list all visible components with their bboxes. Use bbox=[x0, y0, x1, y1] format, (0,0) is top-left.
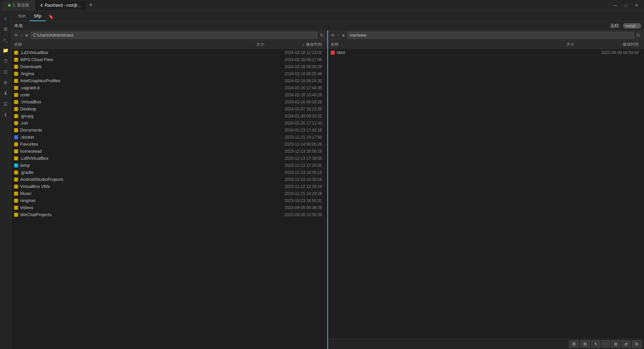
toolbar-btn-6[interactable]: ⚙ bbox=[632, 340, 641, 348]
sidebar-icon-download[interactable]: ⬇ bbox=[1, 89, 10, 98]
sidebar-icon-gallery[interactable]: ⊡ bbox=[1, 67, 10, 77]
local-file-item[interactable]: .Ld9VirtualBox 2023-12-13 17:38:55 bbox=[11, 155, 327, 162]
remote-file-item[interactable]: html 2023-06-09 04:59:54 bbox=[328, 49, 644, 56]
file-name-label: .VirtualBox bbox=[20, 99, 41, 104]
folder-icon bbox=[14, 100, 18, 104]
sidebar-icon-history[interactable]: ⏱ bbox=[1, 56, 10, 66]
toolbar-btn-0[interactable]: 英 bbox=[569, 340, 579, 348]
local-file-item[interactable]: Desktop 2024-02-07 16:13:20 bbox=[11, 105, 327, 112]
local-table-header: 名称 大小 ↓ 修改时间 bbox=[11, 40, 327, 49]
file-date: 2023-12-13 20:56:19 bbox=[264, 149, 325, 154]
file-name-label: .vagrant.d bbox=[20, 85, 40, 90]
local-file-item[interactable]: code 2024-02-16 13:49:25 bbox=[11, 91, 327, 98]
local-file-item[interactable]: Music 2023-11-21 14:29:28 bbox=[11, 190, 327, 197]
local-file-item[interactable]: Favorites 2023-12-14 09:00:28 bbox=[11, 141, 327, 148]
file-name: Desktop bbox=[14, 106, 224, 111]
local-file-item[interactable]: WPS Cloud Files 2024-02-18 09:17:06 bbox=[11, 56, 327, 63]
local-file-item[interactable]: VirtualBox VMs 2023-11-22 12:39:24 bbox=[11, 183, 327, 190]
local-file-item[interactable]: .lingma 2024-02-18 08:25:49 bbox=[11, 70, 327, 77]
local-file-item[interactable]: AndroidStudioProjects 2023-12-13 14:30:1… bbox=[11, 176, 327, 183]
file-date: 2024-01-26 17:11:43 bbox=[264, 121, 325, 126]
bottom-toolbar: 英前✎··⊞⇄⚙ bbox=[328, 339, 644, 349]
local-file-item[interactable]: IntelGraphicsProfiles 2024-02-18 08:24:3… bbox=[11, 77, 327, 84]
toolbar-btn-4[interactable]: ⊞ bbox=[611, 340, 620, 348]
content-area: Ssh Sftp 🔖 本地 远程: root@... 👁 ↑ ★ bbox=[11, 11, 644, 349]
file-date: 2024-02-16 09:19:26 bbox=[264, 100, 325, 104]
sidebar-icon-terminal[interactable]: >_ bbox=[1, 35, 10, 44]
file-name-label: Videos bbox=[20, 205, 34, 210]
file-name-label: .lingma bbox=[20, 71, 34, 76]
folder-icon bbox=[14, 135, 18, 139]
local-file-item[interactable]: Documents 2024-01-23 17:42:16 bbox=[11, 127, 327, 134]
toolbar-btn-1[interactable]: 前 bbox=[580, 340, 590, 348]
tab-racknerd-label: 4. RackNerd - root@... bbox=[40, 3, 80, 8]
local-file-item[interactable]: WeChatProjects 2023-08-30 13:56:20 bbox=[11, 211, 327, 218]
tab-ssh[interactable]: Ssh bbox=[14, 12, 30, 21]
close-button[interactable]: ✕ bbox=[632, 2, 641, 9]
local-file-item[interactable]: Videos 2023-09-05 09:38:25 bbox=[11, 204, 327, 211]
local-file-item[interactable]: homestead 2023-12-13 20:56:19 bbox=[11, 148, 327, 155]
remote-bookmark-icon[interactable]: ★ bbox=[341, 33, 346, 38]
local-eye-icon[interactable]: 👁 bbox=[13, 33, 19, 38]
minimize-button[interactable]: — bbox=[610, 2, 620, 9]
sidebar-icon-sessions[interactable]: ⊞ bbox=[1, 24, 10, 34]
sidebar-icon-info[interactable]: ℹ bbox=[1, 110, 10, 119]
file-name-label: Favorites bbox=[20, 142, 38, 147]
local-path-icons: 👁 ↑ ★ bbox=[13, 33, 30, 38]
tab-racknerd[interactable]: 4. RackNerd - root@... bbox=[35, 1, 86, 10]
remote-sort-arrow-icon: ↑ bbox=[619, 43, 621, 46]
local-file-item[interactable]: .Ld2VirtualBox 2024-02-18 12:13:02 bbox=[11, 49, 327, 56]
local-col-size: 大小 bbox=[224, 42, 264, 47]
file-name-label: temp bbox=[20, 163, 30, 168]
local-file-item[interactable]: .VirtualBox 2024-02-16 09:19:26 bbox=[11, 98, 327, 105]
local-file-item[interactable]: .gnupg 2024-01-30 09:33:22 bbox=[11, 112, 327, 119]
file-name-label: code bbox=[20, 92, 30, 97]
local-file-item[interactable]: .docker 2023-12-21 14:17:50 bbox=[11, 134, 327, 141]
folder-icon bbox=[14, 51, 18, 55]
tab-sftp[interactable]: Sftp bbox=[30, 12, 45, 21]
local-file-item[interactable]: Downloads 2024-02-18 09:00:28 bbox=[11, 63, 327, 70]
local-refresh-icon[interactable]: ↻ bbox=[319, 33, 325, 38]
local-file-item[interactable]: temp 2023-12-13 17:20:01 bbox=[11, 162, 327, 169]
file-date: 2023-12-13 17:38:55 bbox=[264, 156, 325, 161]
folder-icon bbox=[331, 51, 335, 55]
remote-file-list[interactable]: html 2023-06-09 04:59:54 bbox=[328, 49, 644, 339]
sidebar-icon-settings[interactable]: ⚙ bbox=[1, 78, 10, 87]
toolbar-btn-2[interactable]: ✎ bbox=[591, 340, 600, 348]
file-name: ningmei bbox=[14, 198, 224, 203]
folder-icon bbox=[14, 128, 18, 132]
folder-icon bbox=[14, 79, 18, 83]
file-date: 2024-02-07 16:13:20 bbox=[264, 107, 325, 111]
new-tab-button[interactable]: + bbox=[87, 2, 96, 9]
file-date: 2023-11-22 12:39:24 bbox=[264, 184, 325, 189]
maximize-button[interactable]: □ bbox=[621, 2, 631, 9]
remote-path-input[interactable] bbox=[347, 32, 634, 39]
local-file-item[interactable]: .ssh 2024-01-26 17:11:43 bbox=[11, 119, 327, 127]
file-name-label: WeChatProjects bbox=[20, 212, 52, 217]
folder-icon bbox=[14, 65, 18, 69]
local-file-item[interactable]: .gradle 2023-12-13 14:35:13 bbox=[11, 169, 327, 176]
local-up-icon[interactable]: ↑ bbox=[20, 33, 23, 38]
local-bookmark-icon[interactable]: ★ bbox=[24, 33, 30, 38]
title-bar: 1. 新连接 4. RackNerd - root@... + — □ ✕ bbox=[0, 0, 644, 11]
remote-col-size: 大小 bbox=[534, 42, 574, 47]
sidebar-icon-files[interactable]: 📁 bbox=[1, 46, 10, 55]
remote-eye-icon[interactable]: 👁 bbox=[330, 33, 336, 38]
tab-new-connection[interactable]: 1. 新连接 bbox=[3, 1, 35, 10]
file-date: 2024-02-18 12:13:02 bbox=[264, 50, 325, 55]
remote-up-icon[interactable]: ↑ bbox=[336, 33, 340, 38]
local-file-list[interactable]: .Ld2VirtualBox 2024-02-18 12:13:02 WPS C… bbox=[11, 49, 327, 349]
sidebar-icon-home[interactable]: ⌂ bbox=[1, 13, 10, 23]
file-name: code bbox=[14, 92, 224, 97]
local-file-item[interactable]: .vagrant.d 2024-02-16 17:44:35 bbox=[11, 84, 327, 91]
remote-refresh-icon[interactable]: ↻ bbox=[635, 33, 642, 38]
file-name: .docker bbox=[14, 135, 224, 140]
toolbar-btn-5[interactable]: ⇄ bbox=[622, 340, 631, 348]
toolbar-btn-3[interactable]: ·· bbox=[602, 340, 610, 348]
folder-icon bbox=[14, 86, 18, 90]
sub-tabs: Ssh Sftp 🔖 bbox=[11, 11, 644, 21]
bookmark-icon[interactable]: 🔖 bbox=[46, 13, 56, 20]
local-path-input[interactable] bbox=[31, 32, 318, 39]
local-file-item[interactable]: ningmei 2023-10-23 16:55:31 bbox=[11, 197, 327, 204]
sidebar-icon-list[interactable]: ☰ bbox=[1, 99, 10, 109]
